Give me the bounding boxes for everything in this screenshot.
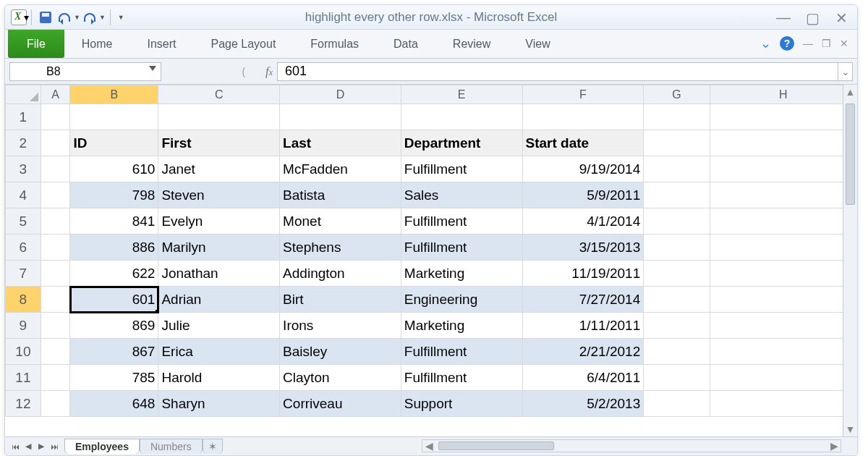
undo-dropdown-icon[interactable]: ▼ <box>74 14 80 21</box>
cell-E11[interactable]: Fulfillment <box>401 365 522 391</box>
hscroll-track[interactable] <box>435 440 827 452</box>
vertical-scrollbar[interactable]: ▲ ▼ <box>843 85 857 436</box>
cell-C9[interactable]: Julie <box>158 313 280 339</box>
formula-bar[interactable]: 601 <box>277 62 838 81</box>
cell-A6[interactable] <box>41 235 70 261</box>
cell-H8[interactable] <box>710 287 856 313</box>
cell-D8[interactable]: Birt <box>280 287 401 313</box>
cell-D7[interactable]: Addington <box>280 261 401 287</box>
cell-B2[interactable]: ID <box>70 130 158 156</box>
cell-D1[interactable] <box>280 104 401 130</box>
cell-G9[interactable] <box>644 313 710 339</box>
cell-C6[interactable]: Marilyn <box>158 235 280 261</box>
cell-H2[interactable] <box>710 130 856 156</box>
cell-F10[interactable]: 2/21/2012 <box>522 339 644 365</box>
row-header-12[interactable]: 12 <box>6 391 41 417</box>
scroll-left-icon[interactable]: ◀ <box>422 440 435 452</box>
cell-F9[interactable]: 1/11/2011 <box>522 313 644 339</box>
cell-A4[interactable] <box>41 182 70 208</box>
cell-A1[interactable] <box>41 104 70 130</box>
cell-C8[interactable]: Adrian <box>158 287 280 313</box>
cell-C11[interactable]: Harold <box>158 365 280 391</box>
vscroll-track[interactable] <box>843 99 857 422</box>
cell-B7[interactable]: 622 <box>70 261 158 287</box>
vscroll-thumb[interactable] <box>846 104 855 205</box>
cell-A7[interactable] <box>41 261 70 287</box>
tab-formulas[interactable]: Formulas <box>293 30 376 58</box>
cell-C5[interactable]: Evelyn <box>158 208 280 235</box>
cell-F4[interactable]: 5/9/2011 <box>522 182 644 208</box>
cell-F3[interactable]: 9/19/2014 <box>522 156 644 182</box>
col-header-D[interactable]: D <box>280 85 401 104</box>
cell-E7[interactable]: Marketing <box>401 261 522 287</box>
cell-G7[interactable] <box>644 261 710 287</box>
cell-D6[interactable]: Stephens <box>280 235 401 261</box>
sheet-nav-prev-icon[interactable]: ◀ <box>22 441 34 452</box>
cell-H6[interactable] <box>710 235 856 261</box>
cell-F8[interactable]: 7/27/2014 <box>522 287 644 313</box>
minimize-button[interactable]: ― <box>775 9 792 27</box>
cell-E2[interactable]: Department <box>401 130 522 156</box>
scroll-right-icon[interactable]: ▶ <box>827 440 841 452</box>
cell-A8[interactable] <box>41 287 70 313</box>
horizontal-scrollbar[interactable]: ◀ ▶ <box>422 439 841 452</box>
doc-restore-button[interactable]: ❐ <box>822 38 831 49</box>
file-tab[interactable]: File <box>8 30 64 58</box>
col-header-G[interactable]: G <box>644 85 710 104</box>
col-header-B[interactable]: B <box>70 85 158 104</box>
cell-G4[interactable] <box>644 182 710 208</box>
cell-F2[interactable]: Start date <box>522 130 644 156</box>
cell-G2[interactable] <box>644 130 710 156</box>
cell-G6[interactable] <box>644 235 710 261</box>
cell-E12[interactable]: Support <box>401 391 522 417</box>
cell-C1[interactable] <box>158 104 280 130</box>
sheet-nav-next-icon[interactable]: ▶ <box>35 441 47 452</box>
doc-minimize-button[interactable]: ― <box>803 38 813 49</box>
row-header-6[interactable]: 6 <box>6 235 41 261</box>
cell-G8[interactable] <box>644 287 710 313</box>
doc-close-button[interactable]: ✕ <box>840 38 848 49</box>
cell-F7[interactable]: 11/19/2011 <box>522 261 644 287</box>
cell-A2[interactable] <box>41 130 70 156</box>
cell-B11[interactable]: 785 <box>70 365 158 391</box>
cell-B1[interactable] <box>70 104 158 130</box>
cell-A12[interactable] <box>41 391 70 417</box>
tab-home[interactable]: Home <box>64 30 130 58</box>
excel-app-icon[interactable]: ▾ <box>11 9 27 25</box>
row-header-7[interactable]: 7 <box>6 261 41 287</box>
row-header-9[interactable]: 9 <box>6 313 41 339</box>
tab-page-layout[interactable]: Page Layout <box>193 30 293 58</box>
cell-H7[interactable] <box>710 261 856 287</box>
maximize-button[interactable]: ▢ <box>804 9 821 27</box>
cell-H11[interactable] <box>710 365 856 391</box>
cell-E8[interactable]: Engineering <box>401 287 522 313</box>
hscroll-thumb[interactable] <box>438 442 554 450</box>
cell-E5[interactable]: Fulfillment <box>401 208 522 235</box>
cell-H9[interactable] <box>710 313 856 339</box>
cell-D9[interactable]: Irons <box>280 313 401 339</box>
cell-B10[interactable]: 867 <box>70 339 158 365</box>
save-button[interactable] <box>38 9 54 25</box>
col-header-C[interactable]: C <box>158 85 280 104</box>
row-header-11[interactable]: 11 <box>6 365 41 391</box>
cell-D10[interactable]: Baisley <box>280 339 401 365</box>
cell-F12[interactable]: 5/2/2013 <box>522 391 644 417</box>
cell-D2[interactable]: Last <box>280 130 401 156</box>
cell-D3[interactable]: McFadden <box>280 156 401 182</box>
cell-C10[interactable]: Erica <box>158 339 280 365</box>
sheet-nav-last-icon[interactable]: ⏭ <box>48 441 60 452</box>
select-all-corner[interactable] <box>6 85 41 104</box>
scroll-down-icon[interactable]: ▼ <box>843 422 857 436</box>
cell-B3[interactable]: 610 <box>70 156 158 182</box>
tab-data[interactable]: Data <box>376 30 435 58</box>
cell-C3[interactable]: Janet <box>158 156 280 182</box>
cell-F6[interactable]: 3/15/2013 <box>522 235 644 261</box>
sheet-tab-active[interactable]: Employees <box>64 439 140 454</box>
name-box-dropdown-icon[interactable] <box>149 66 156 71</box>
cell-C7[interactable]: Jonathan <box>158 261 280 287</box>
app-menu-dropdown-icon[interactable]: ▾ <box>22 12 30 22</box>
scroll-up-icon[interactable]: ▲ <box>843 85 857 99</box>
sheet-nav-first-icon[interactable]: ⏮ <box>9 441 21 452</box>
cell-B4[interactable]: 798 <box>70 182 158 208</box>
cell-D11[interactable]: Clayton <box>280 365 401 391</box>
